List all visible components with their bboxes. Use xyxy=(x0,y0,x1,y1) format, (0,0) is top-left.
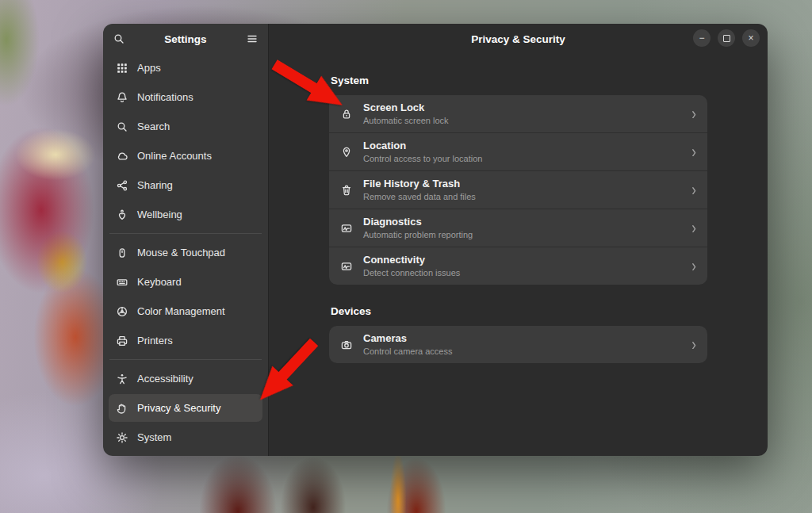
sidebar-item-label: Printers xyxy=(137,335,173,346)
sidebar-item-label: Accessibility xyxy=(137,373,193,385)
system-rows-group: Screen Lock Automatic screen lock › Loca… xyxy=(329,95,707,285)
sidebar-item-label: Apps xyxy=(137,62,161,74)
sidebar-item-system[interactable]: System xyxy=(109,423,262,451)
sidebar-item-accessibility[interactable]: Accessibility xyxy=(109,365,262,392)
row-subtitle: Automatic problem reporting xyxy=(363,230,473,239)
row-connectivity[interactable]: Connectivity Detect connection issues › xyxy=(329,247,707,285)
minimize-icon: − xyxy=(699,33,704,43)
row-title: Connectivity xyxy=(363,255,460,266)
app-title: Settings xyxy=(125,33,246,45)
chevron-right-icon: › xyxy=(691,181,696,198)
row-cameras[interactable]: Cameras Control camera access › xyxy=(329,326,707,363)
section-heading-system: System xyxy=(331,75,707,86)
sidebar-item-apps[interactable]: Apps xyxy=(109,54,262,82)
sidebar-item-mouse-touchpad[interactable]: Mouse & Touchpad xyxy=(109,239,262,266)
chevron-right-icon: › xyxy=(691,143,696,160)
color-wheel-icon xyxy=(116,305,128,318)
sidebar-separator xyxy=(109,233,262,234)
sidebar-item-online-accounts[interactable]: Online Accounts xyxy=(109,142,262,170)
row-screen-lock[interactable]: Screen Lock Automatic screen lock › xyxy=(329,95,707,132)
sidebar-item-label: Notifications xyxy=(137,91,193,103)
sidebar-item-label: Mouse & Touchpad xyxy=(137,247,225,258)
sidebar-item-label: System xyxy=(137,431,171,443)
wellbeing-heart-icon xyxy=(116,209,128,221)
camera-icon xyxy=(340,339,353,351)
location-pin-icon xyxy=(340,146,353,159)
sidebar-item-label: Online Accounts xyxy=(137,150,212,162)
sidebar-item-label: Keyboard xyxy=(137,276,182,288)
sidebar-list: Apps Notifications Search Online Account… xyxy=(103,52,268,456)
sidebar-item-sharing[interactable]: Sharing xyxy=(109,171,262,199)
sidebar-item-label: Search xyxy=(137,121,170,132)
sidebar-item-privacy-security[interactable]: Privacy & Security xyxy=(109,394,262,422)
row-title: Screen Lock xyxy=(363,102,449,113)
sidebar-item-label: Privacy & Security xyxy=(137,402,220,414)
main-headerbar: Privacy & Security − × xyxy=(269,24,768,52)
diagnostics-chart-icon xyxy=(340,222,353,235)
chevron-right-icon: › xyxy=(691,257,696,274)
sidebar-separator xyxy=(109,359,262,360)
sidebar-item-label: Wellbeing xyxy=(137,209,182,220)
sidebar: Settings Apps Notifications xyxy=(103,24,269,456)
sidebar-item-label: Sharing xyxy=(137,179,173,191)
sidebar-item-search[interactable]: Search xyxy=(109,113,262,140)
hamburger-menu-icon[interactable] xyxy=(246,33,259,45)
search-icon[interactable] xyxy=(113,33,125,45)
search-icon xyxy=(116,121,128,133)
page-title: Privacy & Security xyxy=(471,33,565,45)
cloud-icon xyxy=(116,150,128,163)
privacy-hand-icon xyxy=(116,402,128,415)
close-icon: × xyxy=(748,33,753,43)
row-subtitle: Control camera access xyxy=(363,346,453,356)
trash-icon xyxy=(340,184,353,197)
row-title: Location xyxy=(363,140,482,151)
minimize-button[interactable]: − xyxy=(693,29,710,47)
sidebar-item-keyboard[interactable]: Keyboard xyxy=(109,268,262,296)
chevron-right-icon: › xyxy=(691,219,696,236)
sidebar-item-printers[interactable]: Printers xyxy=(109,327,262,354)
chevron-right-icon: › xyxy=(691,105,696,122)
accessibility-person-icon xyxy=(116,373,128,385)
row-title: Cameras xyxy=(363,333,453,344)
chevron-right-icon: › xyxy=(691,335,696,353)
row-location[interactable]: Location Control access to your location… xyxy=(329,132,707,170)
sidebar-item-label: Color Management xyxy=(137,305,225,317)
gear-icon xyxy=(116,431,128,444)
sidebar-item-wellbeing[interactable]: Wellbeing xyxy=(109,201,262,228)
row-title: Diagnostics xyxy=(363,216,473,228)
row-title: File History & Trash xyxy=(363,178,476,190)
sidebar-item-color-management[interactable]: Color Management xyxy=(109,297,262,325)
apps-grid-icon xyxy=(116,62,128,75)
row-file-history-trash[interactable]: File History & Trash Remove saved data a… xyxy=(329,170,707,209)
row-subtitle: Detect connection issues xyxy=(363,268,460,278)
row-subtitle: Control access to your location xyxy=(363,154,482,163)
row-subtitle: Automatic screen lock xyxy=(363,116,449,125)
maximize-icon xyxy=(723,35,730,42)
sidebar-item-notifications[interactable]: Notifications xyxy=(109,83,262,111)
row-subtitle: Remove saved data and files xyxy=(363,192,476,201)
share-nodes-icon xyxy=(116,179,128,192)
sidebar-header: Settings xyxy=(103,24,268,52)
connectivity-chart-icon xyxy=(340,260,353,273)
section-heading-devices: Devices xyxy=(331,305,707,317)
keyboard-icon xyxy=(116,276,128,289)
mouse-icon xyxy=(116,247,128,259)
settings-window: Settings Apps Notifications xyxy=(103,24,768,456)
bell-icon xyxy=(116,91,128,104)
window-controls: − × xyxy=(693,29,760,47)
row-diagnostics[interactable]: Diagnostics Automatic problem reporting … xyxy=(329,209,707,247)
devices-rows-group: Cameras Control camera access › xyxy=(329,326,707,363)
lock-icon xyxy=(340,108,353,121)
maximize-button[interactable] xyxy=(718,29,735,47)
close-button[interactable]: × xyxy=(742,29,760,47)
printer-icon xyxy=(116,335,128,347)
